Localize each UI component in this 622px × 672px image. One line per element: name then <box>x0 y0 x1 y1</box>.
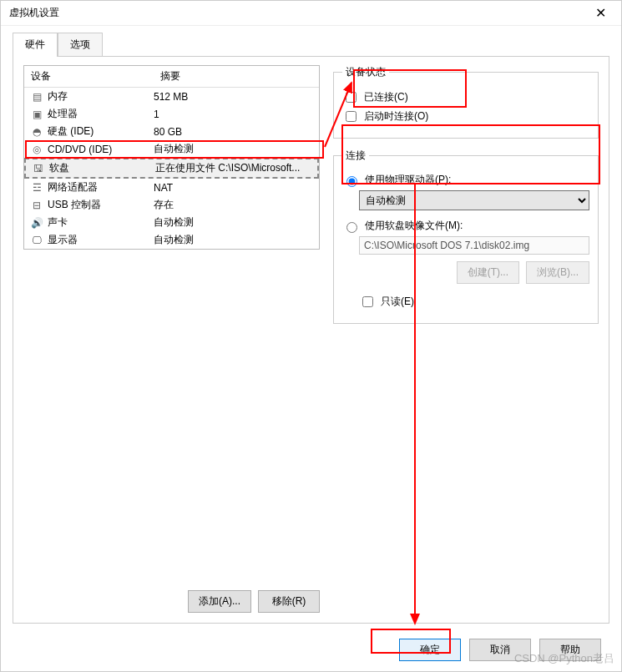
table-row[interactable]: ▤内存512 MB <box>24 88 319 105</box>
connect-at-poweron-label: 启动时连接(O) <box>364 109 428 124</box>
col-device: 设备 <box>24 66 154 87</box>
titlebar: 虚拟机设置 ✕ <box>1 1 621 26</box>
use-physical-label: 使用物理驱动器(P): <box>365 173 451 187</box>
device-icon: 🔊 <box>28 217 46 229</box>
device-name: 软盘 <box>48 161 155 175</box>
device-icon: 🖵 <box>28 235 46 246</box>
device-summary: 自动检测 <box>154 233 316 247</box>
device-status-legend: 设备状态 <box>342 65 389 79</box>
ok-button[interactable]: 确定 <box>399 639 461 661</box>
device-summary: 自动检测 <box>154 142 316 156</box>
table-row[interactable]: 🖫软盘正在使用文件 C:\ISO\Microsoft... <box>24 158 319 179</box>
use-image-label: 使用软盘映像文件(M): <box>365 219 463 233</box>
use-physical-row[interactable]: 使用物理驱动器(P): <box>342 173 589 187</box>
device-icon: ▣ <box>28 109 46 120</box>
tab-strip: 硬件 选项 <box>13 33 609 57</box>
connection-group: 连接 使用物理驱动器(P): 自动检测 使用软盘映像文件(M): <box>333 149 599 324</box>
use-physical-radio[interactable] <box>346 176 357 187</box>
hardware-table-header: 设备 摘要 <box>24 66 319 88</box>
hardware-table: 设备 摘要 ▤内存512 MB▣处理器1◓硬盘 (IDE)80 GB◎CD/DV… <box>23 65 320 250</box>
hardware-list-panel: 设备 摘要 ▤内存512 MB▣处理器1◓硬盘 (IDE)80 GB◎CD/DV… <box>23 65 320 613</box>
device-detail-panel: 设备状态 已连接(C) 启动时连接(O) 连接 使用物理驱动器(P): <box>333 65 599 613</box>
table-row[interactable]: 🔊声卡自动检测 <box>24 214 319 231</box>
device-name: 显示器 <box>46 233 154 247</box>
device-name: 网络适配器 <box>46 180 154 195</box>
vm-settings-window: 虚拟机设置 ✕ 硬件 选项 设备 摘要 ▤内存512 MB▣处理器1◓硬盘 (I… <box>0 0 622 672</box>
device-summary: NAT <box>154 182 316 194</box>
device-icon: ◎ <box>28 144 46 155</box>
connect-at-poweron-checkbox[interactable] <box>346 111 357 122</box>
connected-checkbox[interactable] <box>346 92 357 103</box>
tab-hardware[interactable]: 硬件 <box>13 33 58 57</box>
device-icon: ⊟ <box>28 200 46 211</box>
device-icon: ◓ <box>28 126 46 138</box>
connected-row[interactable]: 已连接(C) <box>342 89 589 105</box>
use-image-row[interactable]: 使用软盘映像文件(M): <box>342 219 589 233</box>
device-icon: 🖫 <box>29 163 48 174</box>
readonly-checkbox[interactable] <box>362 296 373 307</box>
device-name: 处理器 <box>46 107 154 121</box>
table-row[interactable]: ⊟USB 控制器存在 <box>24 196 319 214</box>
table-row[interactable]: ◎CD/DVD (IDE)自动检测 <box>24 140 319 158</box>
readonly-row[interactable]: 只读(E) <box>359 294 589 310</box>
device-summary: 自动检测 <box>154 215 316 230</box>
device-name: 硬盘 (IDE) <box>46 124 154 139</box>
device-name: 内存 <box>46 89 154 104</box>
create-button[interactable]: 创建(T)... <box>457 261 519 284</box>
table-row[interactable]: ☲网络适配器NAT <box>24 179 319 196</box>
device-icon: ▤ <box>28 91 46 103</box>
browse-button[interactable]: 浏览(B)... <box>526 261 589 284</box>
table-row[interactable]: 🖵显示器自动检测 <box>24 231 319 249</box>
device-name: 声卡 <box>46 215 154 230</box>
physical-drive-select[interactable]: 自动检测 <box>359 190 589 210</box>
remove-button[interactable]: 移除(R) <box>258 590 320 613</box>
device-summary: 1 <box>154 109 316 120</box>
image-path-input[interactable] <box>359 236 589 255</box>
device-name: USB 控制器 <box>46 198 154 212</box>
device-name: CD/DVD (IDE) <box>46 144 154 155</box>
table-row[interactable]: ◓硬盘 (IDE)80 GB <box>24 123 319 140</box>
connected-label: 已连接(C) <box>364 90 408 104</box>
use-image-radio[interactable] <box>346 222 357 233</box>
close-icon[interactable]: ✕ <box>588 5 613 21</box>
device-summary: 存在 <box>154 198 316 212</box>
device-summary: 80 GB <box>154 126 316 138</box>
device-summary: 正在使用文件 C:\ISO\Microsoft... <box>155 161 314 175</box>
watermark: CSDN @Python老吕 <box>514 651 614 666</box>
col-summary: 摘要 <box>154 66 319 87</box>
window-title: 虚拟机设置 <box>9 6 59 20</box>
connection-legend: 连接 <box>342 149 369 163</box>
hardware-button-row: 添加(A)... 移除(R) <box>23 584 320 613</box>
tab-options[interactable]: 选项 <box>58 33 103 57</box>
device-summary: 512 MB <box>154 91 316 103</box>
table-row[interactable]: ▣处理器1 <box>24 105 319 123</box>
readonly-label: 只读(E) <box>381 295 414 309</box>
connect-at-poweron-row[interactable]: 启动时连接(O) <box>342 109 589 124</box>
content-pane: 设备 摘要 ▤内存512 MB▣处理器1◓硬盘 (IDE)80 GB◎CD/DV… <box>13 56 609 624</box>
device-icon: ☲ <box>28 182 46 194</box>
device-status-group: 设备状态 已连接(C) 启动时连接(O) <box>333 65 599 139</box>
add-button[interactable]: 添加(A)... <box>188 590 251 613</box>
